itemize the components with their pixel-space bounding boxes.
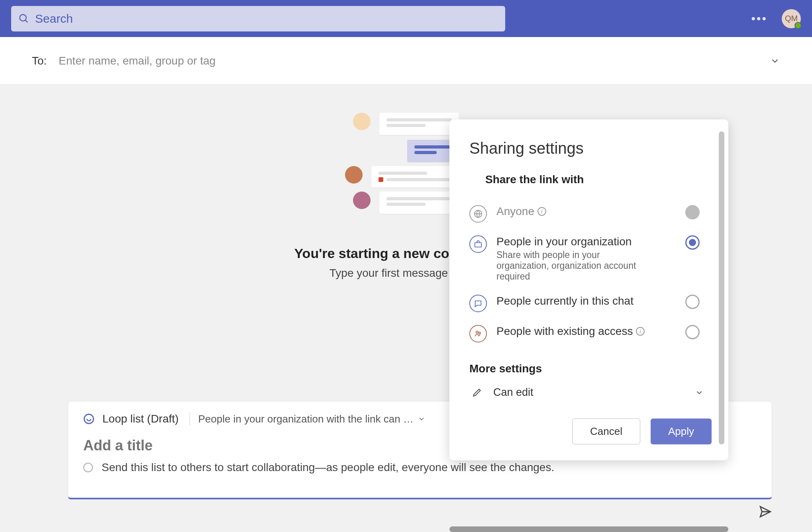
to-input[interactable]: Enter name, email, group or tag — [59, 55, 216, 67]
share-option-chat[interactable]: People currently in this chat — [469, 288, 712, 319]
svg-point-0 — [20, 14, 26, 21]
send-button[interactable] — [759, 505, 772, 518]
info-icon[interactable]: i — [636, 327, 645, 336]
share-option-existing[interactable]: People with existing access i — [469, 319, 712, 349]
horizontal-scrollbar[interactable] — [449, 526, 728, 532]
chevron-down-icon — [418, 415, 426, 423]
svg-point-5 — [476, 331, 479, 334]
compose-to-row: To: Enter name, email, group or tag — [0, 37, 812, 85]
globe-icon — [469, 205, 487, 223]
svg-rect-4 — [475, 243, 482, 247]
cancel-button[interactable]: Cancel — [572, 419, 640, 444]
option-anyone-label: Anyone — [496, 205, 534, 218]
more-settings-label: More settings — [469, 362, 712, 375]
more-icon[interactable]: ••• — [751, 12, 767, 25]
user-avatar[interactable]: QM — [782, 9, 801, 28]
permission-value: Can edit — [493, 386, 533, 399]
presence-badge-icon — [794, 22, 802, 29]
svg-point-6 — [479, 332, 481, 334]
chevron-down-icon — [770, 56, 780, 66]
search-icon — [18, 13, 29, 24]
chevron-down-icon — [695, 388, 704, 397]
search-placeholder: Search — [35, 12, 73, 25]
share-option-org[interactable]: People in your organization Share with p… — [469, 229, 712, 288]
vertical-scrollbar[interactable] — [719, 131, 724, 444]
option-org-desc: Share with people in your organization, … — [496, 250, 640, 282]
apply-button[interactable]: Apply — [651, 419, 712, 444]
sharing-settings-popover: Sharing settings Share the link with Any… — [449, 119, 728, 460]
option-org-label: People in your organization — [496, 235, 676, 248]
radio-anyone — [685, 205, 700, 219]
popover-title: Sharing settings — [469, 139, 712, 157]
pencil-icon — [472, 387, 482, 398]
radio-chat[interactable] — [685, 295, 700, 309]
radio-icon[interactable] — [83, 463, 93, 472]
title-bar: Search ••• QM — [0, 0, 812, 37]
radio-existing[interactable] — [685, 325, 700, 339]
loop-icon — [83, 413, 94, 424]
loop-list-item[interactable]: Send this list to others to start collab… — [83, 461, 757, 474]
radio-org[interactable] — [685, 235, 700, 250]
chat-icon — [469, 295, 487, 312]
share-with-label: Share the link with — [485, 173, 712, 186]
loop-permission-summary[interactable]: People in your organization with the lin… — [198, 413, 426, 425]
info-icon[interactable]: i — [537, 207, 546, 216]
avatar-initials: QM — [785, 14, 798, 23]
svg-point-2 — [84, 414, 93, 423]
option-chat-label: People currently in this chat — [496, 295, 676, 307]
expand-to-toggle[interactable] — [770, 56, 780, 66]
search-box[interactable]: Search — [11, 6, 505, 31]
option-existing-label: People with existing access — [496, 325, 633, 338]
people-icon — [469, 325, 487, 342]
share-option-anyone: Anyone i — [469, 199, 712, 229]
loop-badge: Loop list (Draft) — [102, 413, 190, 425]
to-label: To: — [32, 55, 47, 67]
permission-dropdown[interactable]: Can edit — [469, 382, 712, 403]
briefcase-icon — [469, 235, 487, 253]
loop-item-hint: Send this list to others to start collab… — [102, 461, 554, 474]
svg-line-1 — [25, 20, 28, 22]
